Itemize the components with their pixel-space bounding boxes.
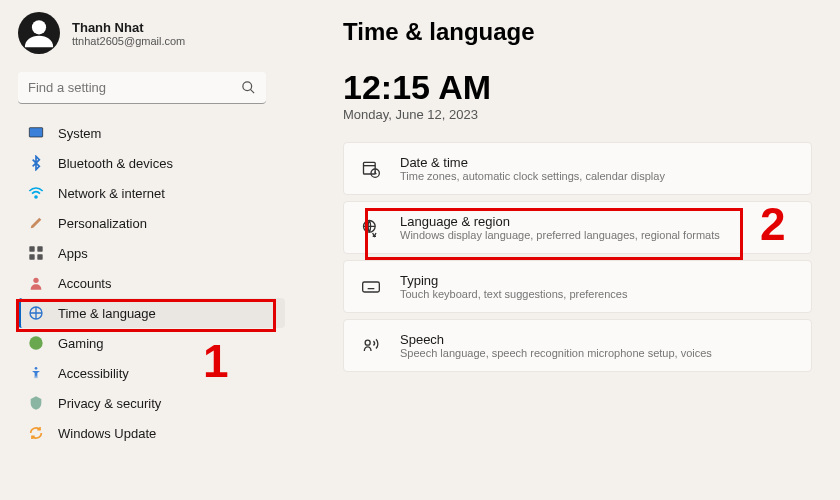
- user-name: Thanh Nhat: [72, 20, 185, 35]
- sidebar-item-privacy[interactable]: Privacy & security: [18, 388, 285, 418]
- card-date-time[interactable]: Date & time Time zones, automatic clock …: [343, 142, 812, 195]
- system-icon: [28, 125, 44, 141]
- gaming-icon: [28, 335, 44, 351]
- page-title: Time & language: [343, 18, 812, 46]
- svg-point-0: [32, 20, 46, 34]
- svg-point-12: [29, 336, 42, 349]
- search-box: [18, 72, 266, 104]
- keyboard-icon: [360, 276, 382, 298]
- sidebar-item-bluetooth[interactable]: Bluetooth & devices: [18, 148, 285, 178]
- sidebar-item-apps[interactable]: Apps: [18, 238, 285, 268]
- annotation-number-1: 1: [203, 334, 229, 388]
- nav-list: System Bluetooth & devices Network & int…: [18, 118, 285, 448]
- card-subtitle: Speech language, speech recognition micr…: [400, 347, 712, 359]
- date-display: Monday, June 12, 2023: [343, 107, 812, 122]
- svg-point-10: [33, 278, 38, 283]
- sidebar-item-network[interactable]: Network & internet: [18, 178, 285, 208]
- settings-card-list: Date & time Time zones, automatic clock …: [343, 142, 812, 372]
- speech-icon: [360, 335, 382, 357]
- svg-rect-9: [37, 254, 42, 259]
- globe-clock-icon: [28, 305, 44, 321]
- wifi-icon: [28, 185, 44, 201]
- svg-point-13: [35, 367, 38, 370]
- card-speech[interactable]: Speech Speech language, speech recogniti…: [343, 319, 812, 372]
- bluetooth-icon: [28, 155, 44, 171]
- card-title: Typing: [400, 273, 627, 288]
- sidebar-item-system[interactable]: System: [18, 118, 285, 148]
- sidebar-item-label: Personalization: [58, 216, 147, 231]
- sidebar-item-label: Privacy & security: [58, 396, 161, 411]
- card-subtitle: Time zones, automatic clock settings, ca…: [400, 170, 665, 182]
- sidebar-item-label: Accessibility: [58, 366, 129, 381]
- globe-language-icon: [360, 217, 382, 239]
- sidebar-item-personalization[interactable]: Personalization: [18, 208, 285, 238]
- sidebar-item-label: System: [58, 126, 101, 141]
- apps-icon: [28, 245, 44, 261]
- sidebar-item-label: Time & language: [58, 306, 156, 321]
- clock-display: 12:15 AM: [343, 68, 812, 107]
- card-typing[interactable]: Typing Touch keyboard, text suggestions,…: [343, 260, 812, 313]
- sidebar-item-gaming[interactable]: Gaming: [18, 328, 285, 358]
- card-language-region[interactable]: Language & region Windows display langua…: [343, 201, 812, 254]
- sidebar-item-accessibility[interactable]: Accessibility: [18, 358, 285, 388]
- svg-line-2: [250, 89, 254, 93]
- avatar: [18, 12, 60, 54]
- svg-rect-6: [29, 246, 34, 251]
- svg-rect-14: [364, 162, 376, 174]
- svg-rect-17: [363, 282, 380, 292]
- card-title: Language & region: [400, 214, 720, 229]
- card-subtitle: Touch keyboard, text suggestions, prefer…: [400, 288, 627, 300]
- sidebar-item-label: Apps: [58, 246, 88, 261]
- svg-point-1: [243, 82, 252, 91]
- sidebar-item-windows-update[interactable]: Windows Update: [18, 418, 285, 448]
- sidebar-item-time-language[interactable]: Time & language: [18, 298, 285, 328]
- card-subtitle: Windows display language, preferred lang…: [400, 229, 720, 241]
- user-account-row[interactable]: Thanh Nhat ttnhat2605@gmail.com: [18, 12, 285, 54]
- user-icon: [28, 275, 44, 291]
- sidebar: Thanh Nhat ttnhat2605@gmail.com System B…: [0, 0, 285, 500]
- sidebar-item-label: Accounts: [58, 276, 111, 291]
- search-icon: [241, 80, 256, 99]
- user-email: ttnhat2605@gmail.com: [72, 35, 185, 47]
- brush-icon: [28, 215, 44, 231]
- sidebar-item-accounts[interactable]: Accounts: [18, 268, 285, 298]
- sidebar-item-label: Bluetooth & devices: [58, 156, 173, 171]
- svg-point-5: [35, 196, 37, 198]
- sidebar-item-label: Gaming: [58, 336, 104, 351]
- main-content: Time & language 12:15 AM Monday, June 12…: [285, 0, 840, 500]
- svg-rect-8: [29, 254, 34, 259]
- annotation-number-2: 2: [760, 197, 786, 251]
- card-title: Date & time: [400, 155, 665, 170]
- accessibility-icon: [28, 365, 44, 381]
- svg-rect-7: [37, 246, 42, 251]
- update-icon: [28, 425, 44, 441]
- svg-point-18: [365, 340, 370, 345]
- sidebar-item-label: Network & internet: [58, 186, 165, 201]
- shield-icon: [28, 395, 44, 411]
- svg-rect-3: [29, 128, 42, 137]
- calendar-clock-icon: [360, 158, 382, 180]
- search-input[interactable]: [18, 72, 266, 104]
- card-title: Speech: [400, 332, 712, 347]
- sidebar-item-label: Windows Update: [58, 426, 156, 441]
